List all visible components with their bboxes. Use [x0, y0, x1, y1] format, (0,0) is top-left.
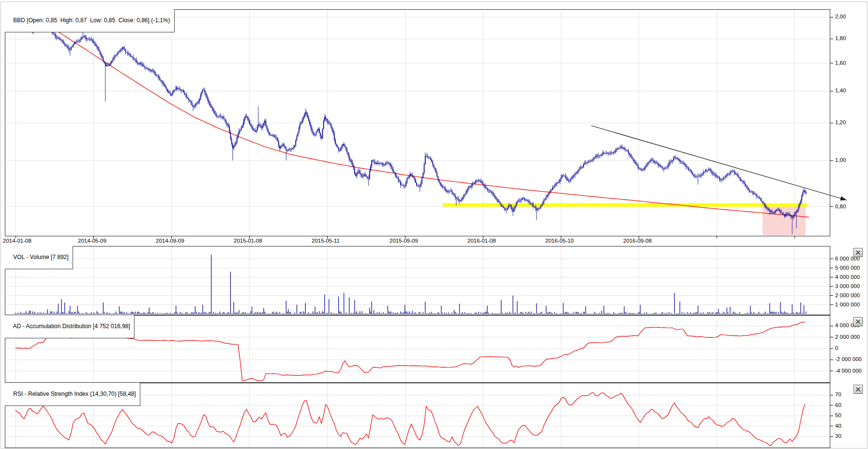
trendline-arrowhead: [840, 196, 847, 201]
close-ad-panel-button[interactable]: [853, 317, 863, 326]
trendline-annotation[interactable]: [591, 126, 847, 200]
volume-panel-title-text: VOL - Volume [7 892]: [13, 254, 68, 261]
support-band-annotation[interactable]: [443, 203, 807, 207]
volume-axis-label: 5 000 000: [835, 265, 860, 271]
charting-application-window: BBD [Open: 0,85 High: 0,87 Low: 0,85 Clo…: [0, 0, 868, 449]
price-axis-label: 1,60: [835, 60, 846, 66]
price-axis-label: 2,00: [835, 14, 846, 19]
volume-axis-label: 3 000 000: [835, 283, 860, 289]
price-axis-label: 0,80: [835, 203, 846, 209]
highlight-box-annotation[interactable]: [763, 207, 806, 235]
rsi-axis-label: 40: [835, 423, 841, 429]
price-panel-title: BBD [Open: 0,85 High: 0,87 Low: 0,85 Clo…: [5, 9, 175, 32]
candlestick-wicks: [15, 15, 806, 234]
date-axis-label: 2015-05-11: [312, 238, 340, 244]
rsi-axis-label: 70: [835, 391, 841, 397]
close-icon: [855, 387, 861, 392]
date-axis-label: 2014-05-09: [78, 238, 106, 244]
close-rsi-panel-button[interactable]: [853, 385, 863, 394]
date-axis-label: 2014-01-08: [3, 238, 31, 244]
date-axis-label: 2016-05-10: [545, 238, 574, 244]
ad-axis-label: 2 000 000: [835, 334, 860, 340]
candlestick-bodies: [15, 16, 806, 217]
chart-canvas[interactable]: [0, 0, 868, 449]
volume-axis-label: 1 000 000: [835, 302, 860, 307]
close-volume-panel-button[interactable]: [853, 248, 863, 257]
rsi-panel-title-text: RSI - Relative Strength Index (14,30,70)…: [13, 391, 135, 397]
volume-axis-label: 2 000 000: [835, 292, 860, 298]
rsi-panel-title: RSI - Relative Strength Index (14,30,70)…: [5, 383, 140, 406]
price-panel-title-text: BBD [Open: 0,85 High: 0,87 Low: 0,85 Clo…: [13, 17, 170, 24]
date-axis-label: 2015-01-08: [234, 238, 262, 244]
price-axis-label: 1,40: [835, 87, 846, 93]
ad-panel-title: AD - Accumulation Distribution [4 752 01…: [5, 315, 135, 338]
volume-panel-title: VOL - Volume [7 892]: [5, 246, 73, 269]
rsi-axis-label: 30: [835, 433, 841, 439]
price-axis-label: 1,00: [835, 157, 846, 163]
ad-panel-title-text: AD - Accumulation Distribution [4 752 01…: [13, 323, 130, 330]
axis-ticks: [16, 17, 834, 436]
price-axis-label: 1,80: [835, 35, 846, 41]
close-icon: [855, 250, 861, 255]
volume-bars: [15, 255, 806, 314]
ad-axis-label: -2 000 000: [835, 356, 862, 362]
date-axis-label: 2016-01-08: [467, 238, 496, 244]
date-axis-label: 2016-09-08: [623, 238, 652, 244]
volume-axis-label: 4 000 000: [835, 274, 860, 280]
rsi-axis-label: 50: [835, 412, 841, 418]
window-border: [1, 2, 868, 449]
date-axis-label: 2014-09-09: [156, 238, 184, 244]
ad-axis-label: 0: [835, 345, 838, 351]
date-axis-label: 2015-09-09: [389, 238, 418, 244]
moving-average-curve[interactable]: [48, 26, 809, 217]
grid-lines: [5, 10, 830, 448]
ad-axis-label: -4 000 000: [835, 368, 862, 374]
price-axis-label: 1,20: [835, 119, 846, 125]
rsi-axis-label: 60: [835, 402, 841, 408]
close-icon: [855, 319, 861, 324]
